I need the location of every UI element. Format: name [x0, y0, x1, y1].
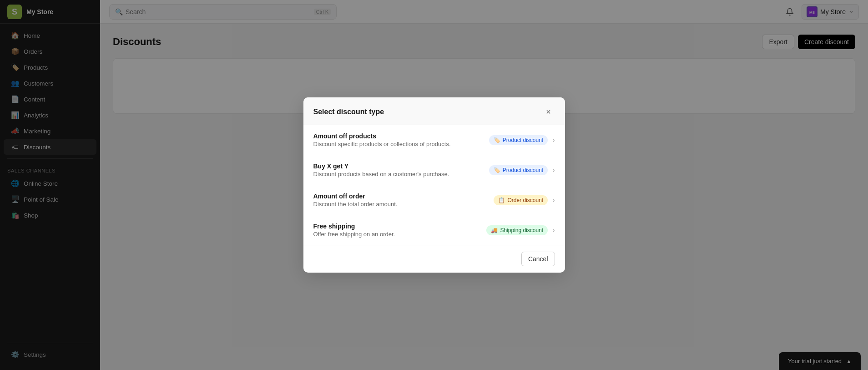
- discount-option-left: Amount off products Discount specific pr…: [313, 132, 489, 147]
- discount-option-right: 🚚 Shipping discount ›: [486, 225, 555, 235]
- discount-option-title: Buy X get Y: [313, 162, 489, 170]
- modal-header: Select discount type ×: [303, 97, 565, 125]
- discount-option-desc: Offer free shipping on an order.: [313, 231, 487, 238]
- chevron-right-icon: ›: [552, 136, 555, 144]
- badge-icon: 🏷️: [494, 167, 500, 173]
- discount-option-title: Amount off products: [313, 132, 489, 140]
- discount-option-left: Amount off order Discount the total orde…: [313, 193, 494, 208]
- badge-label: Product discount: [503, 167, 543, 173]
- discount-option-amount-off-products[interactable]: Amount off products Discount specific pr…: [303, 125, 565, 155]
- modal-title: Select discount type: [313, 108, 384, 116]
- modal-overlay[interactable]: Select discount type × Amount off produc…: [0, 0, 868, 370]
- badge-label: Order discount: [507, 197, 543, 203]
- select-discount-modal: Select discount type × Amount off produc…: [303, 97, 565, 273]
- discount-option-right: 🏷️ Product discount ›: [489, 135, 555, 145]
- modal-body: Amount off products Discount specific pr…: [303, 125, 565, 245]
- discount-option-title: Amount off order: [313, 193, 494, 200]
- discount-option-amount-off-order[interactable]: Amount off order Discount the total orde…: [303, 185, 565, 215]
- badge-label: Shipping discount: [500, 227, 543, 233]
- discount-option-left: Free shipping Offer free shipping on an …: [313, 223, 487, 238]
- badge-icon: 🚚: [491, 227, 498, 233]
- discount-option-desc: Discount the total order amount.: [313, 201, 494, 208]
- discount-option-buy-x-get-y[interactable]: Buy X get Y Discount products based on a…: [303, 155, 565, 185]
- discount-option-title: Free shipping: [313, 223, 487, 230]
- badge-icon: 📋: [498, 197, 505, 203]
- modal-footer: Cancel: [303, 245, 565, 273]
- cancel-button[interactable]: Cancel: [521, 252, 555, 266]
- shipping-discount-badge: 🚚 Shipping discount: [486, 225, 548, 235]
- discount-option-right: 📋 Order discount ›: [494, 195, 555, 205]
- badge-icon: 🏷️: [494, 137, 500, 143]
- product-discount-badge: 🏷️ Product discount: [489, 135, 548, 145]
- badge-label: Product discount: [503, 137, 543, 143]
- discount-option-desc: Discount specific products or collection…: [313, 141, 489, 147]
- chevron-right-icon: ›: [552, 166, 555, 174]
- discount-option-desc: Discount products based on a customer's …: [313, 171, 489, 177]
- modal-close-button[interactable]: ×: [542, 106, 555, 118]
- discount-option-left: Buy X get Y Discount products based on a…: [313, 162, 489, 177]
- product-discount-badge-2: 🏷️ Product discount: [489, 165, 548, 175]
- discount-option-right: 🏷️ Product discount ›: [489, 165, 555, 175]
- chevron-right-icon: ›: [552, 226, 555, 234]
- chevron-right-icon: ›: [552, 196, 555, 204]
- order-discount-badge: 📋 Order discount: [494, 195, 548, 205]
- discount-option-free-shipping[interactable]: Free shipping Offer free shipping on an …: [303, 215, 565, 245]
